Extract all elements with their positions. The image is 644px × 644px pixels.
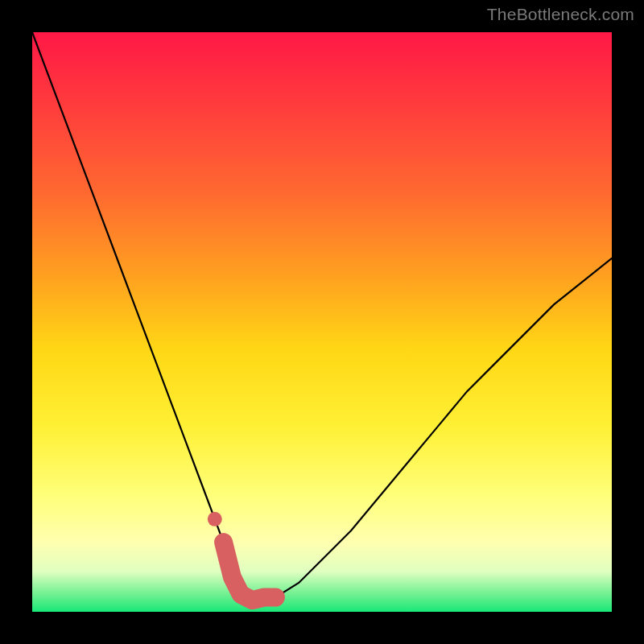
highlight-u-segment (224, 543, 276, 601)
plot-area (32, 32, 612, 612)
curve-svg (32, 32, 612, 612)
main-curve (32, 32, 612, 601)
highlight-dot (208, 512, 222, 526)
watermark-text: TheBottleneck.com (487, 5, 634, 24)
chart-stage: TheBottleneck.com (0, 0, 644, 644)
